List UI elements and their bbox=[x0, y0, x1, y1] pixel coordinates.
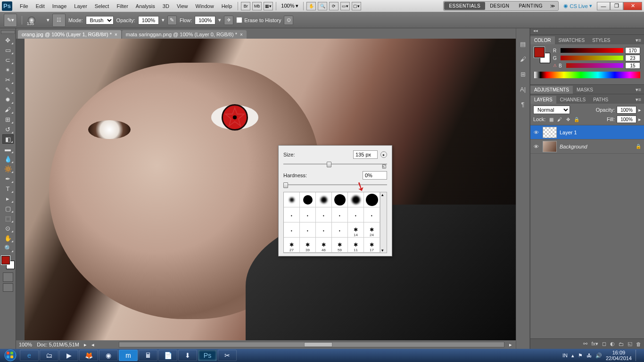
brush-hardness-input[interactable] bbox=[363, 171, 387, 180]
menu-3d[interactable]: 3D bbox=[159, 2, 173, 10]
dodge-tool[interactable]: 🔆 bbox=[2, 164, 14, 173]
layer-row[interactable]: 👁 Layer 1 bbox=[530, 125, 644, 140]
collapse-panels-icon[interactable]: ◂◂ bbox=[530, 28, 644, 35]
healing-brush-tool[interactable]: ✹ bbox=[2, 95, 14, 104]
path-select-tool[interactable]: ▸ bbox=[2, 194, 14, 203]
menu-analysis[interactable]: Analysis bbox=[132, 2, 159, 10]
taskbar-calculator-icon[interactable]: 🖩 bbox=[139, 350, 157, 361]
layer-fill-input[interactable] bbox=[617, 115, 636, 123]
brush-preset[interactable]: ⬩ bbox=[316, 207, 332, 222]
quick-mask-button[interactable] bbox=[3, 272, 13, 282]
view-extras-icon[interactable]: ▦▾ bbox=[264, 2, 273, 10]
taskbar-firefox-icon[interactable]: 🦊 bbox=[79, 350, 98, 361]
gamut-warning-icon[interactable]: ⚠ bbox=[553, 63, 557, 68]
menu-file[interactable]: File bbox=[16, 2, 32, 10]
marquee-tool[interactable]: ▭ bbox=[2, 45, 14, 55]
brush-hardness-slider[interactable] bbox=[283, 181, 387, 188]
hand-tool[interactable]: ✋ bbox=[2, 233, 14, 243]
maximize-button[interactable]: ❐ bbox=[610, 2, 623, 10]
3d-camera-tool[interactable]: ⊙ bbox=[2, 223, 14, 233]
menu-image[interactable]: Image bbox=[49, 2, 71, 10]
menu-help[interactable]: Help bbox=[218, 2, 236, 10]
workspace-essentials[interactable]: ESSENTIALS bbox=[444, 2, 485, 10]
taskbar-idm-icon[interactable]: ⬇ bbox=[178, 350, 197, 361]
tool-preset-icon[interactable]: ✎▾ bbox=[4, 14, 17, 27]
move-tool[interactable]: ✥ bbox=[2, 35, 14, 45]
layer-row[interactable]: 👁 Background 🔒 bbox=[530, 140, 644, 154]
taskbar-snipping-icon[interactable]: ✂ bbox=[218, 350, 237, 361]
brush-preset[interactable]: ✱39 bbox=[300, 238, 316, 253]
preset-scrollbar[interactable] bbox=[380, 192, 387, 253]
crop-tool[interactable]: ✂ bbox=[2, 75, 14, 84]
lock-pixels-icon[interactable]: 🖌 bbox=[556, 116, 563, 123]
document-tab[interactable]: mata saringgan.png @ 100% (Layer 0, RGB/… bbox=[122, 30, 247, 39]
brush-preset-picker[interactable]: 135 bbox=[27, 16, 44, 25]
taskbar-photoshop-icon[interactable]: Ps bbox=[198, 350, 217, 361]
3d-tool[interactable]: ⬚ bbox=[2, 214, 14, 223]
tab-masks[interactable]: MASKS bbox=[573, 86, 597, 94]
taskbar-chrome-icon[interactable]: ◉ bbox=[99, 350, 118, 361]
new-layer-icon[interactable]: ◱ bbox=[627, 341, 632, 347]
lock-transparency-icon[interactable]: ▦ bbox=[547, 116, 555, 123]
color-spectrum[interactable] bbox=[534, 72, 640, 78]
delete-layer-icon[interactable]: 🗑 bbox=[636, 341, 641, 347]
menu-edit[interactable]: Edit bbox=[32, 2, 49, 10]
g-input[interactable] bbox=[625, 55, 640, 61]
arrange-documents-icon[interactable]: ▭▾ bbox=[340, 2, 350, 10]
brush-preset[interactable] bbox=[284, 192, 300, 207]
screen-mode-button[interactable] bbox=[3, 283, 13, 292]
character-panel-icon[interactable]: A| bbox=[518, 85, 528, 93]
paragraph-panel-icon[interactable]: ¶ bbox=[518, 100, 528, 108]
minibridge-icon[interactable]: Mb bbox=[252, 2, 262, 10]
lock-all-icon[interactable]: 🔒 bbox=[573, 116, 580, 123]
taskbar-maxthon-icon[interactable]: m bbox=[119, 350, 138, 361]
brush-preset[interactable]: ✱59 bbox=[332, 238, 348, 253]
brush-preset[interactable]: ✱27 bbox=[284, 238, 300, 253]
eraser-tool[interactable]: ◧ bbox=[2, 134, 14, 144]
tray-show-hidden-icon[interactable]: ▴ bbox=[571, 353, 574, 359]
brush-preset[interactable]: ✱11 bbox=[348, 238, 364, 253]
brush-size-slider[interactable] bbox=[283, 161, 387, 167]
clone-stamp-tool[interactable]: ⊞ bbox=[2, 115, 14, 124]
brush-preset[interactable]: ⬩ bbox=[300, 222, 316, 238]
tablet-size-icon[interactable]: ⊙ bbox=[284, 16, 293, 25]
type-tool[interactable]: T bbox=[2, 184, 14, 193]
flyout-menu-icon[interactable]: ▸ bbox=[380, 151, 387, 158]
tray-volume-icon[interactable]: 🔊 bbox=[595, 353, 602, 359]
history-brush-tool[interactable]: ↺ bbox=[2, 124, 14, 134]
document-tab[interactable]: orang.jpg @ 100% (Layer 1, RGB/8#) *× bbox=[18, 30, 121, 39]
panel-menu-icon[interactable]: ▾≡ bbox=[633, 86, 644, 94]
taskbar-mediaplayer-icon[interactable]: ▶ bbox=[59, 350, 78, 361]
g-slider[interactable] bbox=[561, 56, 623, 60]
menu-select[interactable]: Select bbox=[91, 2, 113, 10]
taskbar-ie-icon[interactable]: e bbox=[20, 350, 39, 361]
opacity-input[interactable] bbox=[138, 16, 159, 25]
status-zoom[interactable]: 100% bbox=[19, 342, 32, 347]
horizontal-scrollbar[interactable] bbox=[119, 342, 504, 347]
zoom-icon[interactable]: 🔍 bbox=[318, 2, 327, 10]
brush-preset[interactable]: ✱46 bbox=[316, 238, 332, 253]
b-slider[interactable] bbox=[566, 63, 623, 68]
brush-preset[interactable]: ⬩ bbox=[348, 207, 364, 222]
brush-preset[interactable] bbox=[364, 192, 380, 207]
layer-group-icon[interactable]: 🗀 bbox=[619, 341, 624, 347]
tray-flag-icon[interactable]: ⚑ bbox=[578, 353, 583, 359]
foreground-color-swatch[interactable] bbox=[1, 256, 10, 264]
brush-preset[interactable] bbox=[332, 192, 348, 207]
brush-preset[interactable]: ⬩ bbox=[332, 222, 348, 238]
panel-menu-icon[interactable]: ▾≡ bbox=[633, 96, 644, 104]
brush-preset[interactable]: ✱24 bbox=[364, 222, 380, 238]
menu-window[interactable]: Window bbox=[192, 2, 218, 10]
panel-color-swatches[interactable] bbox=[534, 47, 550, 63]
layer-thumbnail[interactable] bbox=[543, 127, 557, 138]
erase-to-history-checkbox[interactable]: Erase to History bbox=[236, 17, 281, 23]
color-swatches[interactable] bbox=[1, 256, 15, 269]
brush-preset[interactable] bbox=[316, 192, 332, 207]
status-doc-size[interactable]: Doc: 5,01M/5,51M bbox=[37, 342, 79, 347]
menu-view[interactable]: View bbox=[173, 2, 192, 10]
brush-preset[interactable] bbox=[300, 192, 316, 207]
tab-layers[interactable]: LAYERS bbox=[530, 96, 556, 104]
layer-mask-icon[interactable]: ◻ bbox=[602, 341, 606, 347]
rotate-view-icon[interactable]: ⟳ bbox=[329, 2, 339, 10]
start-button[interactable] bbox=[2, 349, 19, 362]
